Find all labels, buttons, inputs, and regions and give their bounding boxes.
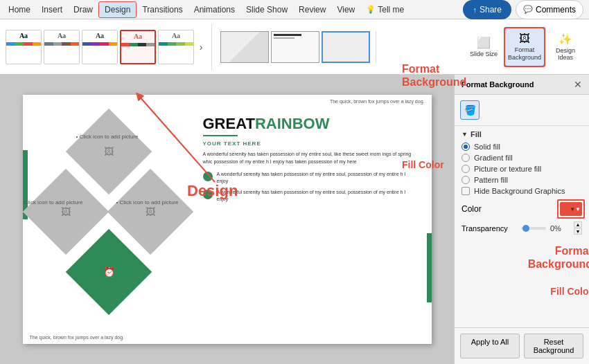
transparency-up[interactable]: ▲ [574, 221, 582, 228]
slide-thumb-1[interactable] [220, 31, 269, 63]
menu-design[interactable]: Design [98, 1, 137, 18]
transparency-slider-thumb[interactable] [522, 225, 529, 232]
more-themes-button[interactable]: › [196, 30, 206, 64]
click-icon-left: • Click icon to add picture [23, 199, 87, 206]
transparency-value: 0% [550, 224, 570, 233]
design-ideas-icon: ✨ [559, 33, 572, 46]
menu-review[interactable]: Review [293, 2, 331, 17]
pattern-fill-option[interactable]: Pattern fill [461, 176, 582, 184]
slide-title: GREATRAINBOW [203, 116, 418, 132]
slide-thumb-3[interactable] [322, 31, 370, 63]
themes-group: Aa Aa Aa Aa Aa [6, 24, 212, 71]
slide-subtitle: YOUR TEXT HERE [203, 140, 418, 147]
apply-to-all-button[interactable]: Apply to All [460, 334, 520, 358]
theme-thumb-1[interactable]: Aa [6, 30, 42, 64]
picture-texture-fill-option[interactable]: Picture or texture fill [461, 165, 582, 173]
slide-size-button[interactable]: ⬜ Slide Size [466, 28, 502, 66]
panel-title: Format Background [461, 80, 534, 89]
slide-thumb-2[interactable] [271, 31, 319, 63]
hide-bg-option[interactable]: Hide Background Graphics [461, 187, 582, 195]
reset-background-button[interactable]: Reset Background [524, 334, 583, 358]
theme-thumb-5[interactable]: Aa [158, 30, 194, 64]
slide-thumb-strip [215, 31, 376, 63]
solid-fill-option[interactable]: Solid fill [461, 143, 582, 151]
design-ideas-button[interactable]: ✨ Design Ideas [547, 28, 583, 66]
color-row: Color ▼ [455, 199, 589, 219]
close-icon[interactable]: ✕ [574, 79, 582, 90]
gradient-fill-option[interactable]: Gradient fill [461, 154, 582, 162]
transparency-down[interactable]: ▼ [574, 228, 582, 235]
format-background-panel: Format Background ✕ 🪣 ▼ Fill Solid fill … [454, 75, 589, 364]
format-bg-annotation: FormatBackground [509, 244, 589, 271]
slide-header-text: The quick, brown fox jumps over a lazy d… [330, 99, 425, 104]
color-label: Color [461, 204, 482, 214]
menu-draw[interactable]: Draw [68, 2, 98, 17]
theme-thumb-2[interactable]: Aa [44, 30, 80, 64]
fill-section-title: ▼ Fill [461, 130, 582, 138]
format-bg-icon: 🖼 [519, 33, 530, 45]
transparency-label: Transparency [461, 224, 517, 233]
menu-home[interactable]: Home [3, 2, 36, 17]
color-swatch-button[interactable]: ▼ [560, 202, 582, 216]
fill-color-annotation: Fill Color [523, 286, 589, 297]
theme-thumb-3[interactable]: Aa [82, 30, 118, 64]
menu-animations[interactable]: Animations [188, 2, 240, 17]
menu-tellme[interactable]: 💡 Tell me [360, 2, 410, 17]
menu-transitions[interactable]: Transitions [137, 2, 188, 17]
share-button[interactable]: ↑ Share [463, 0, 511, 19]
transparency-row: Transparency 0% ▲ ▼ [455, 219, 589, 237]
slide-size-icon: ⬜ [477, 36, 491, 49]
menu-view[interactable]: View [331, 2, 360, 17]
slide-body-text: A wonderful serenity has taken possessio… [203, 151, 418, 165]
design-annotation: Design [187, 182, 238, 200]
transparency-slider-track[interactable] [521, 227, 546, 230]
click-icon-top: • Click icon to add picture [59, 133, 156, 140]
theme-thumb-4[interactable]: Aa [120, 30, 156, 64]
panel-header: Format Background ✕ [455, 75, 589, 95]
fill-icon[interactable]: 🪣 [460, 100, 480, 120]
slide-footer-text: The quick, brown fox jumps over a lazy d… [30, 335, 125, 340]
menu-slideshow[interactable]: Slide Show [240, 2, 293, 17]
slide-canvas[interactable]: The quick, brown fox jumps over a lazy d… [23, 95, 432, 344]
click-icon-right: • Click icon to add picture [113, 199, 182, 206]
comments-button[interactable]: 💬 Comments [516, 0, 583, 19]
format-background-button[interactable]: 🖼 Format Background [504, 28, 545, 66]
menu-insert[interactable]: Insert [36, 2, 68, 17]
panel-bottom: Apply to All Reset Background [455, 327, 589, 364]
